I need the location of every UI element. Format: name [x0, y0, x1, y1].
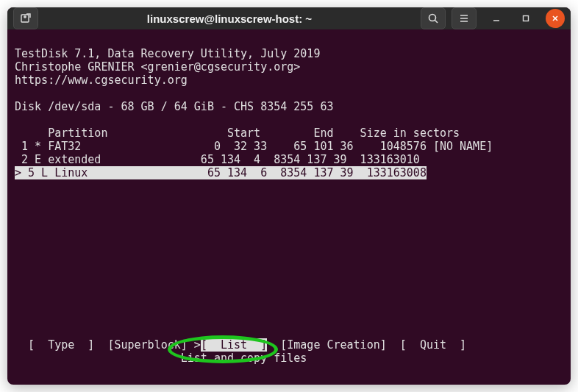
menu-image-creation[interactable]: [Image Creation] [280, 338, 387, 352]
partition-row[interactable]: 2 E extended 65 134 4 8354 137 39 133163… [15, 153, 420, 166]
maximize-icon [521, 14, 530, 23]
menu-quit[interactable]: [ Quit ] [400, 338, 466, 352]
svg-line-2 [435, 21, 438, 24]
hamburger-icon [458, 13, 470, 24]
window-title: linuxscrew@linuxscrew-host: ~ [44, 13, 415, 25]
close-button[interactable] [546, 9, 565, 28]
header-line-2: Christophe GRENIER <grenier@cgsecurity.o… [15, 60, 300, 74]
partition-table-header: Partition Start End Size in sectors [15, 126, 460, 140]
new-tab-button[interactable] [13, 7, 38, 29]
new-tab-icon [20, 13, 32, 24]
menu-superblock[interactable]: [Superblock] [107, 338, 187, 352]
menu-list-marker: > [194, 338, 201, 352]
svg-point-1 [429, 15, 436, 21]
partition-row[interactable]: 1 * FAT32 0 32 33 65 101 36 1048576 [NO … [15, 140, 493, 153]
header-line-1: TestDisk 7.1, Data Recovery Utility, Jul… [15, 47, 320, 60]
minimize-button[interactable] [487, 9, 506, 28]
partition-row-selected[interactable]: > 5 L Linux 65 134 6 8354 137 39 1331630… [15, 166, 427, 179]
terminal-content[interactable]: TestDisk 7.1, Data Recovery Utility, Jul… [7, 29, 571, 385]
close-icon [551, 14, 560, 23]
menu-list[interactable]: [ List ] [201, 338, 267, 352]
header-line-3: https://www.cgsecurity.org [15, 74, 188, 87]
svg-rect-7 [524, 16, 529, 21]
disk-info: Disk /dev/sda - 68 GB / 64 GiB - CHS 835… [15, 100, 333, 113]
search-button[interactable] [421, 7, 446, 29]
terminal-window: linuxscrew@linuxscrew-host: ~ [7, 7, 571, 385]
menu-hint: List and copy files [181, 352, 307, 365]
minimize-icon [492, 14, 501, 23]
search-icon [427, 13, 439, 24]
titlebar: linuxscrew@linuxscrew-host: ~ [7, 7, 571, 29]
maximize-button[interactable] [516, 9, 535, 28]
menu-button[interactable] [452, 7, 477, 29]
menu-type[interactable]: [ Type ] [28, 338, 94, 352]
